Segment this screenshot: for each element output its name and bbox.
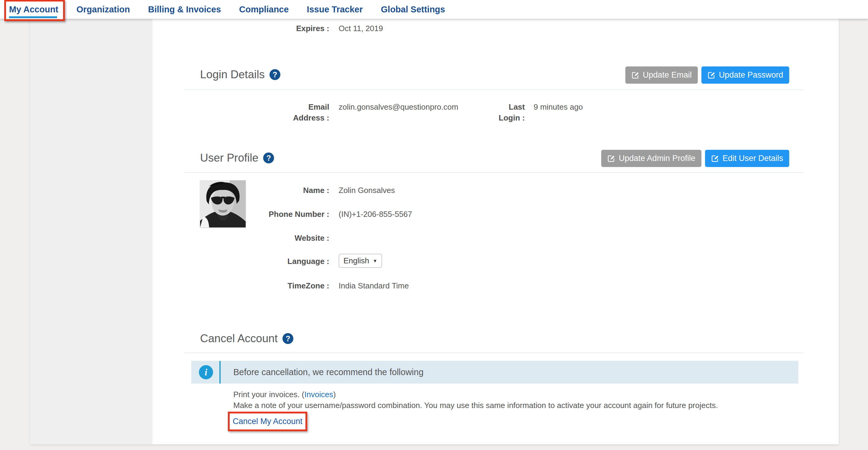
edit-user-details-button[interactable]: Edit User Details [705,150,789,167]
last-login-value: 9 minutes ago [534,101,583,112]
info-icon: i [199,365,213,379]
nav-tab-issue-tracker[interactable]: Issue Tracker [307,4,363,14]
help-icon[interactable]: ? [282,333,293,344]
phone-number-value: (IN)+1-206-855-5567 [339,209,412,219]
phone-number-label: Phone Number : [184,209,329,219]
nav-tab-billing-invoices[interactable]: Billing & Invoices [148,4,221,14]
update-password-label: Update Password [719,70,783,80]
nav-tab-compliance[interactable]: Compliance [239,4,288,14]
print-invoices-prefix: Print your invoices. ( [233,390,305,399]
language-selected-value: English [343,256,369,266]
print-invoices-suffix: ) [333,390,336,399]
username-password-note: Make a note of your username/password co… [233,400,718,411]
main-content-card: Expires : Oct 11, 2019 Login Details ? U… [30,19,839,444]
login-details-heading: Login Details ? [200,68,280,81]
edit-icon [631,71,639,79]
expires-value: Oct 11, 2019 [339,23,383,34]
active-tab-underline [9,16,57,18]
website-label: Website : [184,233,329,243]
top-nav: My Account Organization Billing & Invoic… [0,0,868,19]
nav-tab-label: My Account [9,4,58,14]
cancel-my-account-link[interactable]: Cancel My Account [233,417,302,426]
cancel-instructions: Print your invoices. (Invoices) Make a n… [233,389,718,411]
edit-icon [607,155,615,162]
update-email-label: Update Email [643,70,692,80]
language-select[interactable]: English ▼ [339,254,382,268]
user-profile-heading: User Profile ? [200,152,274,164]
update-email-button[interactable]: Update Email [625,66,698,84]
name-label: Name : [184,185,329,196]
language-label: Language : [184,256,329,267]
info-banner: i Before cancellation, we recommend the … [191,361,798,384]
name-value: Zolin Gonsalves [339,185,395,196]
caret-down-icon: ▼ [373,258,377,263]
print-invoices-line: Print your invoices. (Invoices) [233,389,718,400]
annotation-box-cancel: Cancel My Account [228,412,307,431]
update-admin-profile-label: Update Admin Profile [619,154,695,163]
timezone-label: TimeZone : [184,280,329,291]
email-address-label: Email Address : [290,101,329,123]
user-profile-buttons: Update Admin Profile Edit User Details [601,150,789,167]
login-details-title: Login Details [200,68,265,81]
empty-side-panel [30,19,152,444]
nav-tab-my-account[interactable]: My Account [9,4,58,14]
email-address-value: zolin.gonsalves@questionpro.com [339,101,458,112]
update-password-button[interactable]: Update Password [702,66,789,84]
login-details-buttons: Update Email Update Password [625,66,789,84]
update-admin-profile-button[interactable]: Update Admin Profile [601,150,702,167]
cancel-account-heading: Cancel Account ? [200,332,293,345]
timezone-value: India Standard Time [339,280,409,291]
edit-icon [707,71,715,79]
divider [184,89,804,90]
banner-text: Before cancellation, we recommend the fo… [233,367,424,377]
nav-tab-global-settings[interactable]: Global Settings [381,4,445,14]
cancel-account-title: Cancel Account [200,332,278,345]
help-icon[interactable]: ? [270,69,280,80]
edit-user-details-label: Edit User Details [722,154,783,163]
divider [184,172,804,173]
divider [184,353,804,353]
help-icon[interactable]: ? [263,152,274,163]
nav-tab-organization[interactable]: Organization [76,4,130,14]
expires-label: Expires : [184,23,329,34]
invoices-link[interactable]: Invoices [305,390,333,399]
edit-icon [711,155,719,162]
last-login-label: Last Login : [495,101,525,123]
banner-separator [219,361,221,384]
user-profile-title: User Profile [200,152,258,164]
